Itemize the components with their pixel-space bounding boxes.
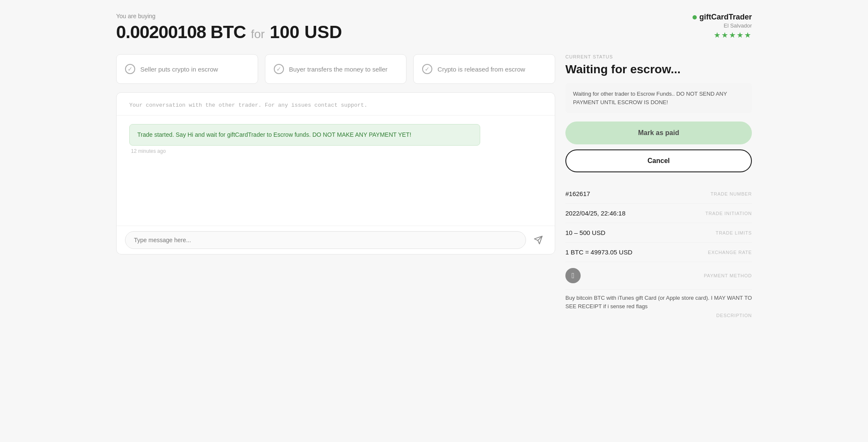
exchange-rate-row: 1 BTC = 49973.05 USD EXCHANGE RATE	[565, 243, 752, 262]
step-card-3: ✓ Crypto is released from escrow	[413, 54, 555, 84]
usd-amount: 100 USD	[270, 22, 342, 42]
btc-amount: 0.00200108 BTC	[116, 22, 246, 42]
page-container: You are buying 0.00200108 BTC for 100 US…	[116, 13, 752, 318]
trader-location: El Salvador	[693, 22, 752, 29]
send-button[interactable]	[530, 232, 546, 248]
right-panel: CURRENT STATUS Waiting for escrow... Wai…	[565, 54, 752, 318]
you-are-buying-label: You are buying	[116, 13, 342, 19]
step-label-1: Seller puts crypto in escrow	[140, 65, 218, 74]
trade-number-row: #162617 TRADE NUMBER	[565, 184, 752, 204]
header-right: giftCardTrader El Salvador ★★★★★	[693, 13, 752, 40]
header-left: You are buying 0.00200108 BTC for 100 US…	[116, 13, 342, 42]
trade-initiation-label: TRADE INITIATION	[705, 211, 752, 216]
payment-method-label: PAYMENT METHOD	[704, 273, 752, 278]
header: You are buying 0.00200108 BTC for 100 US…	[116, 13, 752, 42]
trader-name: giftCardTrader	[693, 13, 752, 22]
for-text: for	[251, 28, 265, 41]
current-status-label: CURRENT STATUS	[565, 54, 752, 59]
exchange-rate-value: 1 BTC = 49973.05 USD	[565, 249, 632, 256]
chat-timestamp: 12 minutes ago	[131, 148, 542, 154]
trade-initiation-value: 2022/04/25, 22:46:18	[565, 210, 626, 217]
trade-limits-row: 10 – 500 USD TRADE LIMITS	[565, 223, 752, 243]
trade-number-value: #162617	[565, 190, 590, 197]
trade-limits-value: 10 – 500 USD	[565, 229, 605, 236]
step-icon-2: ✓	[274, 64, 284, 74]
apple-pay-icon: 	[565, 268, 581, 283]
step-icon-1: ✓	[125, 64, 135, 74]
step-icon-3: ✓	[422, 64, 432, 74]
step-label-2: Buyer transfers the money to seller	[289, 65, 388, 74]
payment-method-row:  PAYMENT METHOD	[565, 262, 752, 290]
trader-stars: ★★★★★	[693, 30, 752, 40]
step-label-3: Crypto is released from escrow	[437, 65, 525, 74]
description-section: Buy bitcoin BTC with iTunes gift Card (o…	[565, 290, 752, 318]
trade-amount: 0.00200108 BTC for 100 USD	[116, 22, 342, 42]
chat-message: Trade started. Say Hi and wait for giftC…	[129, 124, 480, 146]
trade-initiation-row: 2022/04/25, 22:46:18 TRADE INITIATION	[565, 204, 752, 223]
description-text: Buy bitcoin BTC with iTunes gift Card (o…	[565, 290, 752, 310]
steps-row: ✓ Seller puts crypto in escrow ✓ Buyer t…	[116, 54, 555, 84]
trade-limits-label: TRADE LIMITS	[716, 230, 752, 235]
chat-messages: Trade started. Say Hi and wait for giftC…	[117, 116, 555, 226]
exchange-rate-label: EXCHANGE RATE	[708, 250, 752, 255]
trader-name-text[interactable]: giftCardTrader	[699, 13, 752, 22]
chat-header-note: Your conversation with the other trader.…	[117, 93, 555, 116]
chat-input-row	[117, 226, 555, 254]
trade-number-label: TRADE NUMBER	[710, 191, 752, 196]
main-layout: ✓ Seller puts crypto in escrow ✓ Buyer t…	[116, 54, 752, 318]
chat-container: Your conversation with the other trader.…	[116, 92, 555, 254]
left-panel: ✓ Seller puts crypto in escrow ✓ Buyer t…	[116, 54, 555, 254]
step-card-1: ✓ Seller puts crypto in escrow	[116, 54, 258, 84]
status-title: Waiting for escrow...	[565, 63, 752, 76]
step-card-2: ✓ Buyer transfers the money to seller	[265, 54, 407, 84]
chat-input[interactable]	[125, 231, 526, 249]
online-status-dot	[693, 15, 697, 19]
mark-as-paid-button[interactable]: Mark as paid	[565, 122, 752, 144]
description-label: DESCRIPTION	[565, 313, 752, 318]
cancel-button[interactable]: Cancel	[565, 149, 752, 172]
escrow-warning: Waiting for other trader to Escrow Funds…	[565, 83, 752, 113]
